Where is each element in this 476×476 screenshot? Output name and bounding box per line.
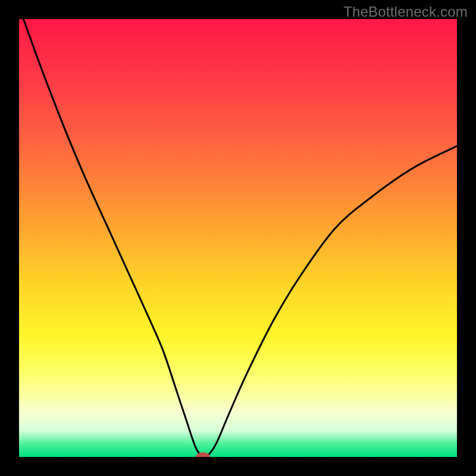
watermark-text: TheBottleneck.com	[343, 4, 468, 20]
chart-frame: TheBottleneck.com	[0, 0, 476, 476]
chart-plot-area	[19, 19, 457, 457]
bottleneck-curve	[23, 19, 457, 457]
chart-svg	[19, 19, 457, 457]
